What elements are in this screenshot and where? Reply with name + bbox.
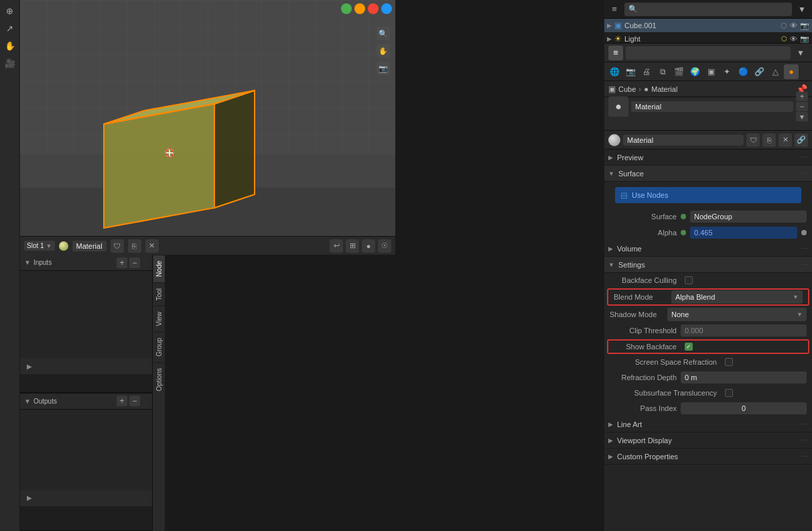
prop-tab-physics[interactable]: 🔵 — [736, 64, 750, 79]
prop-tab-render[interactable]: 📷 — [623, 64, 638, 79]
shield-btn[interactable]: 🛡 — [111, 239, 124, 253]
tab-group[interactable]: Group — [153, 332, 165, 362]
tab-options[interactable]: Options — [153, 362, 165, 396]
vp-btn-1[interactable]: ↩ — [330, 239, 343, 253]
close-btn[interactable] — [368, 3, 379, 14]
pass-index-value[interactable]: 0 — [681, 402, 807, 414]
inputs-content[interactable] — [20, 271, 152, 358]
maximize-btn[interactable] — [354, 3, 365, 14]
camera-icon[interactable]: 📷 — [377, 62, 390, 75]
funnel-icon[interactable]: ⬡ — [781, 21, 787, 30]
outputs-content[interactable] — [20, 410, 152, 490]
prop-tab-scene[interactable]: 🌐 — [607, 64, 622, 79]
shadow-mode-dropdown[interactable]: None ▼ — [667, 308, 807, 321]
section-volume[interactable]: ▶ Volume ⋯ — [604, 241, 812, 257]
top-section: 🔍 ✋ 📷 Slot 1 ▼ Material 🛡 ⎘ ✕ — [20, 0, 604, 255]
material-slot-name[interactable]: Material — [631, 101, 793, 112]
prop-tab-view-layer[interactable]: ⧉ — [655, 64, 670, 79]
tab-tool[interactable]: Tool — [153, 282, 165, 306]
section-surface[interactable]: ▼ Surface ⋯ — [604, 166, 812, 182]
shadow-mode-label: Shadow Mode — [610, 310, 663, 318]
section-custom-properties[interactable]: ▶ Custom Properties ⋯ — [604, 449, 812, 465]
prop-tab-output[interactable]: 🖨 — [639, 64, 654, 79]
ssr-checkbox[interactable] — [725, 358, 733, 366]
eye-icon[interactable]: 👁 — [790, 21, 797, 30]
mat-shield-btn[interactable]: 🛡 — [746, 133, 760, 147]
mat-remove-btn[interactable]: − — [796, 102, 808, 111]
zoom-icon[interactable]: 🔍 — [377, 27, 390, 40]
refraction-depth-value[interactable]: 0 m — [681, 371, 807, 384]
section-preview[interactable]: ▶ Preview ⋯ — [604, 150, 812, 166]
section-viewport-display[interactable]: ▶ Viewport Display ⋯ — [604, 432, 812, 449]
material-list[interactable]: ● — [608, 97, 628, 117]
alpha-value[interactable]: 0.465 — [690, 227, 797, 239]
outliner-expand-cube001[interactable]: ▶ — [607, 22, 612, 29]
copy-btn[interactable]: ⎘ — [128, 239, 141, 253]
slot-select[interactable]: Slot 1 ▼ — [24, 241, 55, 251]
breadcrumb-material[interactable]: Material — [651, 85, 677, 93]
material-name-vp[interactable]: Material — [72, 241, 107, 251]
vp-btn-4[interactable]: ☉ — [378, 239, 391, 253]
surface-value[interactable]: NodeGroup — [690, 211, 807, 223]
vp-btn-3[interactable]: ● — [362, 239, 375, 253]
inputs-add-btn[interactable]: + — [117, 257, 127, 268]
mat-add-btn[interactable]: + — [796, 92, 808, 101]
camera-restrict-icon[interactable]: 📷 — [800, 21, 809, 30]
blend-mode-dropdown[interactable]: Alpha Blend ▼ — [671, 290, 803, 304]
inputs-play-btn[interactable]: ▶ — [24, 361, 35, 371]
toolbar-icon-3[interactable]: ✋ — [2, 38, 18, 54]
minimize-btn[interactable] — [341, 3, 352, 14]
outliner-search[interactable]: 🔍 — [624, 3, 792, 16]
prop-tab-object[interactable]: ▣ — [703, 64, 718, 79]
outputs-collapse[interactable]: ▼ — [24, 398, 31, 405]
tab-node[interactable]: Node — [153, 255, 165, 282]
material-name-field[interactable]: Material — [623, 135, 744, 145]
expand-btn[interactable] — [381, 3, 392, 14]
outputs-play-btn[interactable]: ▶ — [24, 493, 35, 504]
properties-filter[interactable]: ▼ — [793, 46, 808, 60]
surface-dot[interactable] — [681, 214, 686, 219]
prop-tab-icon-main[interactable]: ≡ — [608, 46, 623, 60]
prop-tab-world[interactable]: 🌍 — [687, 64, 702, 79]
mat-down-btn[interactable]: ▼ — [796, 112, 808, 121]
mat-unlink-btn[interactable]: ✕ — [779, 133, 792, 147]
inputs-collapse[interactable]: ▼ — [24, 259, 31, 266]
toolbar-icon-1[interactable]: ⊕ — [2, 3, 18, 19]
vp-btn-2[interactable]: ⊞ — [346, 239, 359, 253]
properties-search[interactable] — [626, 46, 791, 60]
outputs-add-btn[interactable]: + — [117, 396, 127, 406]
breadcrumb-object[interactable]: Cube — [618, 85, 636, 93]
backface-culling-checkbox[interactable] — [685, 276, 693, 284]
outputs-remove-btn[interactable]: − — [129, 396, 140, 406]
toolbar-icon-4[interactable]: 🎥 — [2, 55, 18, 71]
close-mat-btn[interactable]: ✕ — [145, 239, 159, 253]
prop-tab-constraints[interactable]: 🔗 — [752, 64, 766, 79]
outliner-icon[interactable]: ≡ — [607, 2, 622, 17]
outliner-item-light[interactable]: ▶ ☀ Light ⬡ 👁 📷 — [604, 32, 812, 44]
use-nodes-btn[interactable]: ⊟ Use Nodes — [615, 187, 801, 203]
prop-tab-scene2[interactable]: 🎬 — [671, 64, 686, 79]
prop-tab-material[interactable]: ● — [784, 64, 799, 79]
sst-checkbox[interactable] — [725, 389, 733, 397]
show-backface-checkbox[interactable]: ✓ — [685, 343, 693, 351]
outliner-filter-btn[interactable]: ▼ — [795, 2, 809, 17]
section-line-art[interactable]: ▶ Line Art ⋯ — [604, 416, 812, 432]
hand-icon[interactable]: ✋ — [377, 44, 390, 58]
3d-viewport[interactable]: 🔍 ✋ 📷 Slot 1 ▼ Material 🛡 ⎘ ✕ — [20, 0, 395, 255]
outliner-expand-light[interactable]: ▶ — [607, 36, 612, 42]
cube001-icons: ⬡ 👁 📷 — [781, 21, 809, 30]
alpha-dot[interactable] — [681, 230, 686, 235]
section-settings[interactable]: ▼ Settings ⋯ — [604, 257, 812, 273]
toolbar-icon-2[interactable]: ↗ — [2, 20, 18, 36]
outliner-item-cube001[interactable]: ▶ ▣ Cube.001 ⬡ 👁 📷 — [604, 19, 812, 32]
clip-threshold-value[interactable]: 0.000 — [681, 324, 807, 337]
mat-link-btn[interactable]: 🔗 — [795, 133, 808, 147]
mat-copy-btn[interactable]: ⎘ — [762, 133, 776, 147]
inputs-remove-btn[interactable]: − — [129, 257, 140, 268]
prop-tab-particles[interactable]: ✦ — [720, 64, 734, 79]
tab-view[interactable]: View — [153, 306, 165, 332]
light-eye-icon[interactable]: 👁 — [790, 35, 797, 44]
alpha-dot-right[interactable] — [801, 230, 807, 235]
prop-tab-data[interactable]: △ — [768, 64, 783, 79]
light-camera-icon[interactable]: 📷 — [800, 35, 809, 44]
